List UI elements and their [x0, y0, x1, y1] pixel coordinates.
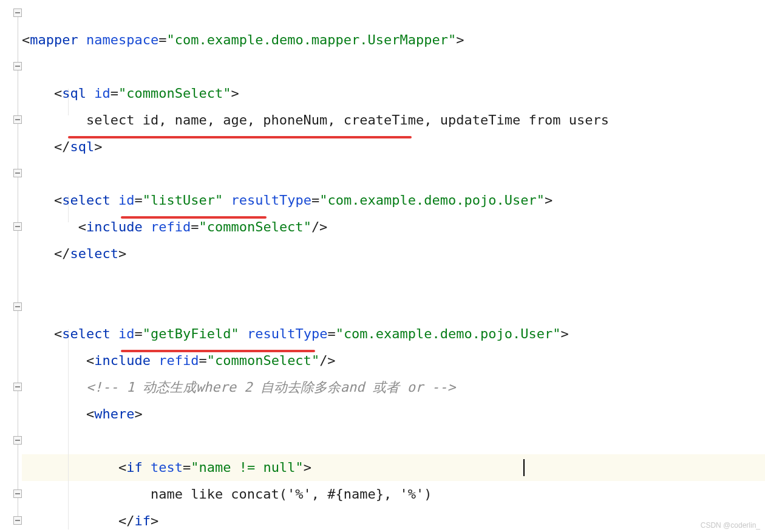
attr-id: id: [118, 193, 135, 208]
fold-icon[interactable]: [13, 489, 22, 498]
attr-test: test: [151, 460, 183, 475]
tag-if-close: if: [134, 513, 151, 528]
tag-include: include: [94, 353, 151, 368]
tag-select: select: [62, 193, 110, 208]
annotation-underline: [121, 216, 267, 219]
attr-refid: refid: [151, 219, 191, 234]
val-refid: commonSelect: [207, 219, 304, 234]
val-refid: commonSelect: [215, 353, 311, 368]
fold-icon[interactable]: [13, 222, 22, 231]
attr-id: id: [94, 86, 110, 101]
tag-include: include: [86, 219, 143, 234]
val-test: name != null: [199, 460, 295, 475]
attr-resulttype: resultType: [247, 326, 327, 341]
bracket: <: [22, 32, 30, 47]
attr-resulttype: resultType: [231, 193, 311, 208]
fold-icon[interactable]: [13, 436, 22, 445]
text-cursor: [523, 459, 525, 476]
val-namespace: com.example.demo.mapper.UserMapper: [175, 32, 448, 47]
val-id: getByField: [151, 326, 231, 341]
val-resulttype: com.example.demo.pojo.User: [344, 326, 552, 341]
fold-icon[interactable]: [13, 516, 22, 525]
tag-sql-close: sql: [70, 139, 94, 154]
tag-if: if: [126, 460, 143, 475]
gutter: [0, 0, 22, 532]
attr-refid: refid: [158, 353, 199, 368]
tag-select: select: [62, 326, 110, 341]
fold-icon[interactable]: [13, 383, 22, 391]
fold-icon[interactable]: [13, 115, 22, 124]
tag-select-close: select: [70, 246, 118, 261]
tag-where: where: [94, 406, 134, 421]
attr-namespace: namespace: [86, 32, 158, 47]
fold-icon[interactable]: [13, 302, 22, 311]
xml-comment: <!-- 1 动态生成where 2 自动去除多余and 或者 or -->: [86, 380, 455, 395]
annotation-underline: [121, 350, 315, 352]
val-id: commonSelect: [126, 86, 223, 101]
val-resulttype: com.example.demo.pojo.User: [327, 193, 536, 208]
sql-text: select id, name, age, phoneNum, createTi…: [86, 112, 609, 128]
tag-sql: sql: [62, 86, 86, 101]
val-id: listUser: [151, 193, 215, 208]
tag-mapper: mapper: [30, 32, 78, 47]
attr-id: id: [118, 326, 135, 341]
fold-icon[interactable]: [13, 9, 22, 17]
fold-icon[interactable]: [13, 62, 22, 70]
annotation-underline: [68, 136, 412, 138]
sql-text: name like concat('%', #{name}, '%'): [151, 486, 432, 502]
code-editor[interactable]: <mapper namespace="com.example.demo.mapp…: [22, 0, 609, 532]
watermark: CSDN @coderlin_: [701, 521, 760, 530]
fold-icon[interactable]: [13, 169, 22, 177]
